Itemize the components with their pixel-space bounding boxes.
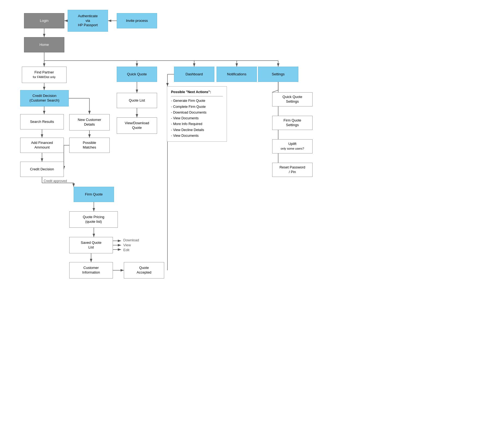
authenticate-node: AuthenticateviaHP Passport <box>68 10 108 32</box>
firm-quote-node: Firm Quote <box>74 187 114 202</box>
quote-accepted-node: QuoteAccepted <box>124 262 164 278</box>
credit-approved-label: Credit approved <box>44 179 67 183</box>
arrows-svg <box>0 0 504 421</box>
uplift-node: Upliftonly some users? <box>272 139 313 153</box>
settings-node: Settings <box>258 67 298 82</box>
new-customer-details-node: New CustomerDetails <box>69 114 110 131</box>
customer-info-node: CustomerInformation <box>69 262 113 278</box>
login-node: Login <box>24 13 64 28</box>
svg-line-37 <box>272 90 278 92</box>
quick-quote-node: Quick Quote <box>117 67 157 82</box>
quote-list-node: Quote List <box>117 93 157 108</box>
view-download-node: View/DownloadQuote <box>117 117 157 134</box>
action-list-box: Possible "Next Actions": - Generate Firm… <box>167 86 227 142</box>
reset-password-node: Reset Password/ Pin <box>272 163 313 177</box>
invite-node: Invite process <box>117 13 157 28</box>
search-results-node: Search Results <box>20 114 64 129</box>
credit-decision-search-node: Credit Decision(Customer Search) <box>20 90 69 106</box>
download-label: Download <box>123 238 139 242</box>
saved-quote-list-node: Saved QuoteList <box>69 237 113 253</box>
qq-settings-node: Quick QuoteSettings <box>272 92 313 106</box>
quote-pricing-node: Quote Pricing(quote list) <box>69 211 118 228</box>
credit-decision-node: Credit Decision <box>20 162 64 177</box>
edit-label: Edit <box>123 248 129 252</box>
dashboard-node: Dashboard <box>174 67 214 82</box>
fq-settings-node: Firm QuoteSettings <box>272 116 313 130</box>
possible-matches-node: PossibleMatches <box>69 138 110 153</box>
view-label: View <box>123 243 131 247</box>
add-financed-node: Add FinancedAmmount <box>20 138 64 153</box>
find-partner-node: Find Partnerfor FAM/Dist only <box>22 67 67 83</box>
notifications-node: Notifications <box>217 67 257 82</box>
diagram-container: Login AuthenticateviaHP Passport Invite … <box>0 0 504 421</box>
home-node: Home <box>24 37 64 52</box>
